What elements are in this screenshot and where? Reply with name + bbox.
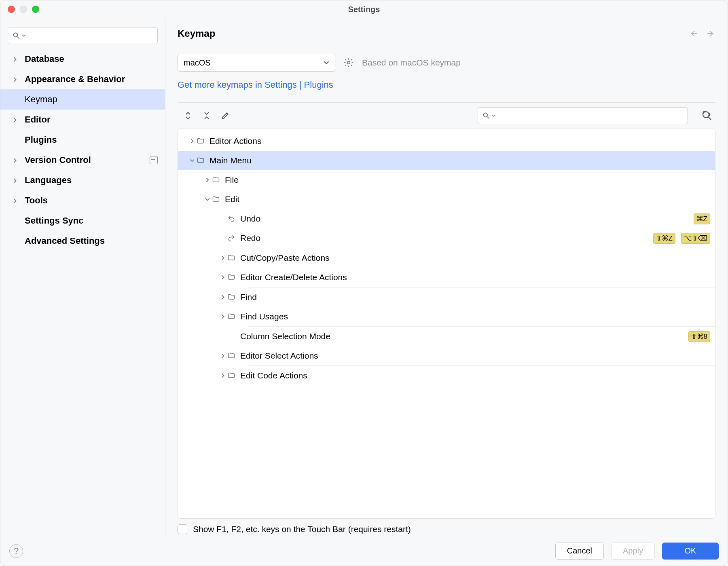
touchbar-label: Show F1, F2, etc. keys on the Touch Bar … bbox=[193, 524, 411, 534]
tree-row[interactable]: Undo⌘Z bbox=[178, 209, 715, 228]
minimize-window-icon[interactable] bbox=[20, 6, 27, 13]
svg-point-0 bbox=[13, 33, 17, 37]
chevron-right-icon bbox=[188, 139, 197, 144]
tree-row[interactable]: Edit bbox=[178, 190, 715, 209]
tree-row-label: Main Menu bbox=[210, 156, 710, 165]
chevron-right-icon bbox=[13, 54, 21, 64]
search-icon bbox=[12, 32, 20, 40]
zoom-window-icon[interactable] bbox=[32, 6, 39, 13]
close-window-icon[interactable] bbox=[8, 6, 15, 13]
find-by-shortcut-icon[interactable] bbox=[701, 110, 713, 122]
chevron-right-icon bbox=[13, 195, 21, 206]
search-icon bbox=[482, 112, 490, 120]
window-title: Settings bbox=[0, 5, 728, 14]
chevron-right-icon bbox=[218, 353, 227, 358]
tree-row[interactable]: Editor Actions bbox=[178, 131, 715, 151]
redo-icon bbox=[227, 234, 236, 243]
folder-icon bbox=[227, 351, 236, 360]
folder-icon bbox=[227, 293, 236, 302]
edit-shortcut-icon[interactable] bbox=[220, 111, 230, 120]
folder-icon bbox=[227, 312, 236, 321]
touchbar-option[interactable]: Show F1, F2, etc. keys on the Touch Bar … bbox=[178, 524, 715, 536]
tree-row[interactable]: Main Menu bbox=[178, 151, 715, 170]
sidebar-item-label: Settings Sync bbox=[25, 215, 83, 226]
collapse-all-icon[interactable] bbox=[202, 111, 212, 120]
gear-icon[interactable] bbox=[343, 57, 354, 68]
tree-row[interactable]: Column Selection Mode⇧⌘8 bbox=[178, 327, 715, 346]
keymap-toolbar bbox=[178, 103, 715, 129]
chevron-right-icon bbox=[13, 114, 21, 125]
sidebar-item-advanced-settings[interactable]: Advanced Settings bbox=[0, 231, 165, 251]
sidebar-item-settings-sync[interactable]: Settings Sync bbox=[0, 211, 165, 231]
chevron-right-icon bbox=[13, 74, 21, 84]
sidebar-item-label: Database bbox=[25, 54, 64, 64]
tree-row-label: Editor Select Actions bbox=[240, 351, 710, 361]
chevron-down-icon bbox=[203, 197, 212, 202]
help-button[interactable]: ? bbox=[9, 544, 23, 558]
sidebar-item-label: Advanced Settings bbox=[25, 236, 105, 246]
chevron-right-icon bbox=[218, 314, 227, 319]
tree-row-label: Cut/Copy/Paste Actions bbox=[240, 253, 710, 263]
tree-row-label: Undo bbox=[240, 214, 694, 224]
ok-button[interactable]: OK bbox=[662, 543, 719, 560]
sidebar-item-keymap[interactable]: Keymap bbox=[0, 89, 165, 110]
tree-row[interactable]: Editor Create/Delete Actions bbox=[178, 268, 715, 287]
tree-row[interactable]: File bbox=[178, 170, 715, 190]
tree-row[interactable]: Find Usages bbox=[178, 307, 715, 326]
shortcut-group: ⌘Z bbox=[694, 213, 710, 224]
keymap-tree[interactable]: Editor ActionsMain MenuFileEditUndo⌘ZRed… bbox=[178, 129, 715, 519]
sidebar-item-version-control[interactable]: Version Control bbox=[0, 150, 165, 170]
folder-icon bbox=[227, 273, 236, 282]
sidebar-item-editor[interactable]: Editor bbox=[0, 110, 165, 130]
tree-row-label: Edit Code Actions bbox=[240, 371, 710, 380]
tree-row-label: File bbox=[225, 175, 710, 185]
sidebar-item-languages[interactable]: Languages bbox=[0, 170, 165, 190]
search-dropdown-icon[interactable] bbox=[22, 34, 26, 38]
forward-icon[interactable] bbox=[706, 29, 715, 38]
tree-row-label: Redo bbox=[240, 233, 653, 243]
chevron-right-icon bbox=[218, 373, 227, 378]
sidebar-item-label: Plugins bbox=[25, 135, 57, 145]
expand-all-icon[interactable] bbox=[183, 111, 193, 120]
keymap-scheme-select[interactable]: macOS bbox=[178, 54, 335, 72]
settings-search-input[interactable] bbox=[8, 27, 158, 44]
sidebar-item-label: Languages bbox=[25, 175, 72, 186]
folder-icon bbox=[212, 175, 221, 184]
chevron-right-icon bbox=[218, 275, 227, 280]
settings-main: Keymap macOS Based on macOS keymap Get m… bbox=[165, 18, 728, 536]
tree-row-label: Editor Actions bbox=[210, 136, 710, 146]
tree-row[interactable]: Cut/Copy/Paste Actions bbox=[178, 248, 715, 268]
svg-line-4 bbox=[487, 117, 489, 119]
cancel-button[interactable]: Cancel bbox=[555, 543, 604, 560]
tree-row[interactable]: Edit Code Actions bbox=[178, 366, 715, 385]
search-dropdown-icon[interactable] bbox=[492, 114, 496, 118]
chevron-right-icon bbox=[13, 175, 21, 186]
sidebar-item-tools[interactable]: Tools bbox=[0, 190, 165, 211]
back-icon[interactable] bbox=[689, 29, 698, 38]
tree-row[interactable]: Redo⇧⌘Z⌥⇧⌫ bbox=[178, 228, 715, 248]
tree-row[interactable]: Editor Select Actions bbox=[178, 346, 715, 365]
keyboard-shortcut: ⌘Z bbox=[694, 213, 710, 224]
sidebar-item-appearance-behavior[interactable]: Appearance & Behavior bbox=[0, 69, 165, 89]
tree-row-label: Find Usages bbox=[240, 312, 710, 321]
tree-row[interactable]: Find bbox=[178, 287, 715, 307]
tree-row-label: Column Selection Mode bbox=[240, 332, 688, 341]
undo-icon bbox=[227, 214, 236, 223]
chevron-right-icon bbox=[203, 177, 212, 182]
keyboard-shortcut: ⌥⇧⌫ bbox=[681, 233, 710, 244]
folder-icon bbox=[197, 137, 205, 146]
touchbar-checkbox[interactable] bbox=[178, 524, 187, 534]
get-more-keymaps-link[interactable]: Get more keymaps in Settings | Plugins bbox=[178, 80, 715, 90]
chevron-down-icon bbox=[188, 158, 197, 163]
tree-row-label: Find bbox=[240, 292, 710, 302]
sidebar-item-plugins[interactable]: Plugins bbox=[0, 130, 165, 150]
folder-icon bbox=[197, 156, 205, 165]
modified-indicator-icon bbox=[150, 156, 158, 164]
svg-point-3 bbox=[483, 113, 487, 117]
apply-button: Apply bbox=[611, 543, 655, 560]
sidebar-item-database[interactable]: Database bbox=[0, 49, 165, 69]
chevron-right-icon bbox=[13, 155, 21, 165]
action-search-input[interactable] bbox=[478, 107, 688, 124]
shortcut-group: ⇧⌘8 bbox=[688, 331, 710, 342]
tree-row-label: Editor Create/Delete Actions bbox=[240, 272, 710, 282]
